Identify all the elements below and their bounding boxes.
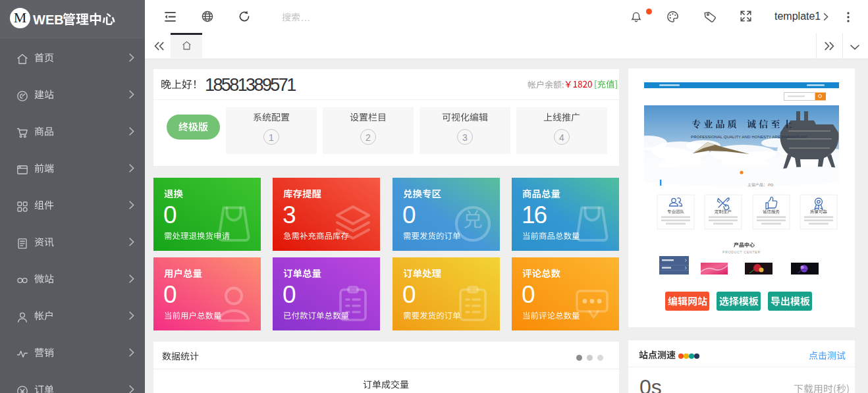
svg-text:PROFESSIONAL QUALITY AND HONES: PROFESSIONAL QUALITY AND HONESTY ARE PAR… — [691, 134, 807, 139]
svg-text:PRODUCT CENTER: PRODUCT CENTER — [722, 250, 761, 254]
svg-text:PD: PD — [768, 183, 774, 187]
